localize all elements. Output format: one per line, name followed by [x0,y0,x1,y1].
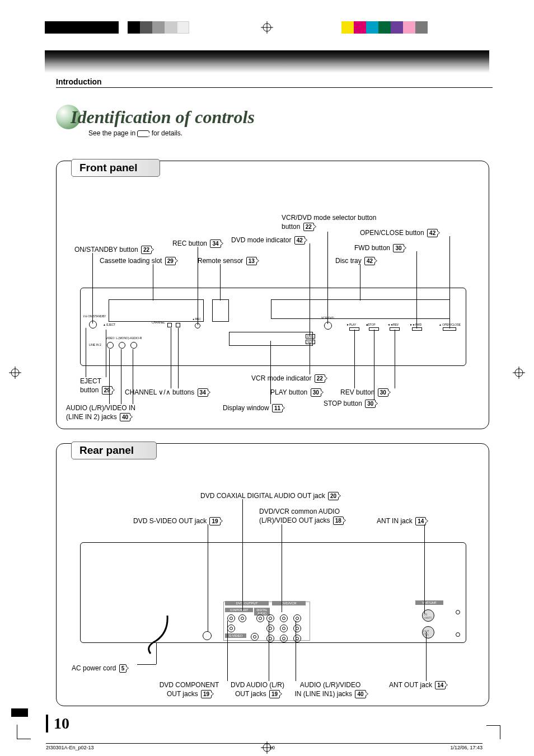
callout-text: Disc tray [335,257,362,265]
callout-text: FWD button [354,244,390,252]
page-ref: 42 [364,257,375,265]
device-rear-outline: DVD OUTPUT DVD/VCR COMPONENT DIGITAL AUD… [80,542,466,643]
callout-text: REV button [340,388,374,396]
rear-diagram: DVD OUTPUT DVD/VCR COMPONENT DIGITAL AUD… [63,464,482,699]
callout-fwd: FWD button 30 [354,244,404,253]
callout-text: Cassette loading slot [100,257,162,265]
page-ref: 20 [328,492,339,500]
footer-date: 1/12/06, 17:43 [450,745,483,750]
callout-text: VCR/DVD mode selector button [282,214,376,222]
callout-channel: CHANNEL ∨/∧ buttons 34 [125,388,208,397]
callout-text: DVD mode indicator [231,236,291,244]
page-ref: 5 [119,664,127,673]
callout-vcr-mode: VCR mode indicator 22 [251,374,325,383]
page-ref: 40 [355,690,366,698]
callout-text: AC power cord [72,664,116,672]
callout-component: DVD COMPONENTOUT jacks 19 [156,681,223,698]
page-ref: 13 [246,257,257,265]
callout-coaxial: DVD COAXIAL DIGITAL AUDIO OUT jack 20 [200,492,339,501]
page-ref: 34 [210,240,221,248]
callout-ac-cord: AC power cord 5 [72,664,127,673]
page-ref: 30 [311,388,321,397]
page-ref: 40 [120,413,130,421]
page-ref: 22 [141,246,152,254]
callout-text: CHANNEL ∨/∧ buttons [125,388,194,396]
callout-text: Remote sensor [198,257,243,265]
callout-ant-out: ANT OUT jack 14 [389,681,446,690]
page-ref: 22 [303,223,314,231]
callout-disc-tray: Disc tray 42 [335,257,375,266]
page-ref: 11 [272,404,283,412]
callout-text: VCR mode indicator [251,374,311,382]
callout-open-close: OPEN/CLOSE button 42 [360,229,438,238]
callout-text: REC button [172,240,207,247]
callout-remote: Remote sensor 13 [198,257,257,266]
registration-mark-bottom [261,741,273,756]
subtitle: See the page in for details. [88,129,182,137]
color-squares [341,21,428,34]
page-ref: 42 [294,236,305,245]
page-ref: 30 [365,400,376,408]
callout-text: DVD COAXIAL DIGITAL AUDIO OUT jack [200,492,325,500]
gray-squares [128,21,189,34]
front-diagram: I/⊘ ON/STANDBY ▲ EJECT CHANNEL ● REC VID… [63,181,482,422]
registration-mark-left [9,367,21,379]
page-ref: 19 [209,517,220,525]
footer-file: 2I30301A-En_p02-13 [46,745,94,750]
page-number: 10 [46,715,69,732]
callout-text: Display window [223,404,269,412]
device-front-outline: I/⊘ ON/STANDBY ▲ EJECT CHANNEL ● REC VID… [80,288,466,366]
callout-play: PLAY button 30 [270,388,321,397]
crop-mark-bl [17,725,31,739]
callout-cassette: Cassette loading slot 29 [100,257,176,266]
page-ref: 30 [393,244,404,252]
callout-display: Display window 11 [223,404,283,413]
callout-stop: STOP button 30 [324,400,376,408]
page-ref: 29 [102,386,113,395]
callout-ant-in: ANT IN jack 14 [377,517,426,526]
page-ref-icon [137,130,149,137]
registration-mark-top [261,21,273,34]
front-panel-title: Front panel [71,159,160,177]
callout-line-in1: AUDIO (L/R)/VIDEOIN (LINE IN1) jacks 40 [294,681,367,698]
callout-dvd-audio: DVD AUDIO (L/R)OUT jacks 19 [227,681,288,698]
callout-on-standby: ON/STANDBY button 22 [74,246,152,255]
page-ref: 34 [198,388,208,397]
printer-marks-top [0,17,534,50]
callout-text: ANT IN jack [377,517,413,525]
page-ref: 19 [269,690,280,698]
page-ref: 22 [315,374,325,383]
page-ref: 29 [165,257,176,265]
callout-text: ANT OUT jack [389,681,432,689]
bottom-black-block [11,708,28,717]
title-block: Identification of controls See the page … [56,105,534,138]
front-panel-box: Front panel I/⊘ ON/STANDBY ▲ EJECT CHANN… [56,161,489,429]
callout-rec: REC button 34 [172,240,221,248]
callout-text: STOP button [324,400,362,407]
page-ref: 42 [427,229,438,237]
callout-common: DVD/VCR common AUDIO(L/R)/VIDEO OUT jack… [259,508,360,525]
page-ref: 30 [378,388,388,397]
registration-mark-right [513,367,525,379]
callout-audio-in: AUDIO (L/R)/VIDEO IN(LINE IN 2) jacks 40 [66,404,150,421]
section-label: Introduction [56,77,493,88]
black-squares [45,21,119,34]
callout-rev: REV button 30 [340,388,388,397]
crop-mark-br [486,725,500,739]
rear-panel-box: Rear panel DVD OUTPUT DVD/VCR COMPONENT … [56,443,489,706]
callout-dvd-mode: DVD mode indicator 42 [231,236,305,245]
callout-text: ON/STANDBY button [74,246,138,253]
page-ref: 14 [435,681,446,689]
header-gradient [45,50,489,73]
page-ref: 18 [333,516,344,525]
subtitle-prefix: See the page in [88,129,137,137]
callout-eject: EJECTbutton 29 [80,377,113,395]
subtitle-suffix: for details. [152,129,182,137]
callout-text: PLAY button [270,388,307,396]
rear-panel-title: Rear panel [71,442,157,459]
page-ref: 19 [201,690,212,698]
page-title: Identification of controls [71,107,255,128]
callout-text: DVD S-VIDEO OUT jack [133,517,207,525]
callout-text: OPEN/CLOSE button [360,229,424,237]
